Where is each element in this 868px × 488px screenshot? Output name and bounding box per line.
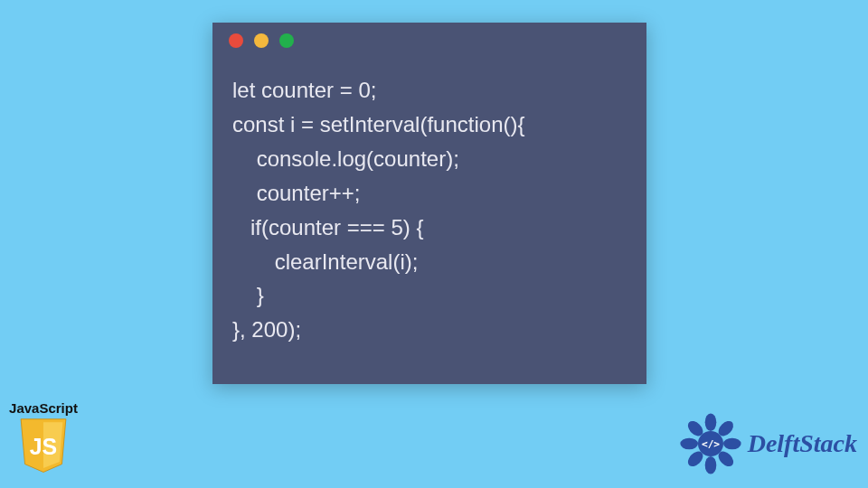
code-line: counter++; (232, 181, 360, 205)
code-line: }, 200); (232, 317, 301, 342)
code-line: if(counter === 5) { (232, 215, 423, 239)
code-block: let counter = 0; const i = setInterval(f… (212, 59, 646, 365)
code-window: let counter = 0; const i = setInterval(f… (212, 23, 646, 384)
minimize-icon (254, 33, 269, 48)
code-line: clearInterval(i); (232, 249, 418, 274)
delftstack-brand: </> DelftStack (679, 412, 857, 475)
window-titlebar (212, 23, 646, 59)
delftstack-brand-text: DelftStack (748, 429, 857, 458)
javascript-shield-icon: JS (14, 418, 72, 475)
code-line: } (232, 283, 264, 307)
javascript-badge: JavaScript JS (7, 400, 80, 479)
code-line: const i = setInterval(function(){ (232, 112, 524, 136)
close-icon (229, 33, 243, 48)
svg-text:</>: </> (702, 438, 720, 450)
maximize-icon (279, 33, 294, 48)
svg-text:JS: JS (30, 434, 57, 459)
code-line: let counter = 0; (232, 78, 376, 102)
code-line: console.log(counter); (232, 146, 459, 171)
delftstack-logo-icon: </> (679, 412, 742, 475)
svg-point-2 (704, 413, 716, 431)
javascript-label: JavaScript (7, 400, 80, 416)
